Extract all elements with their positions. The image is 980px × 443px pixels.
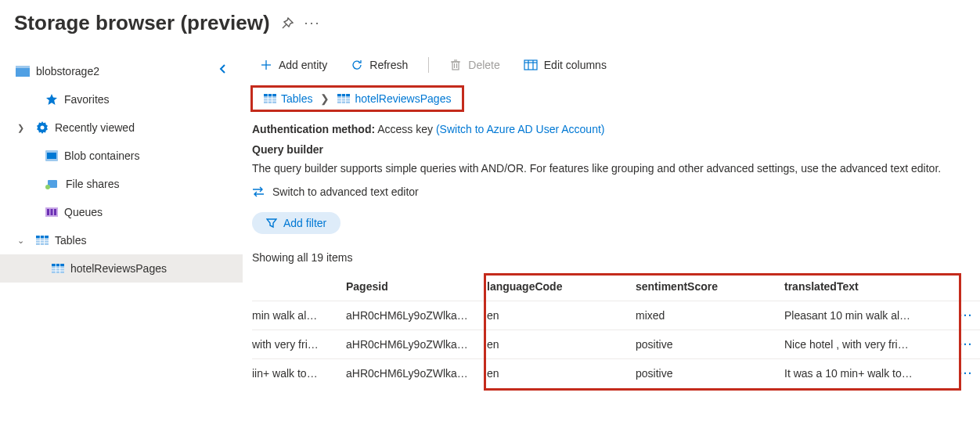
svg-rect-10 — [51, 209, 53, 215]
svg-rect-13 — [36, 236, 49, 238]
results-table-wrap: Pagesid languageCode sentimentScore tran… — [243, 272, 980, 387]
col-header-sentimentscore[interactable]: sentimentScore — [636, 272, 784, 301]
sidebar-item-favorites[interactable]: ▸ Favorites — [0, 85, 243, 113]
sidebar-item-storage-account[interactable]: blobstorage2 — [0, 57, 243, 85]
results-table: Pagesid languageCode sentimentScore tran… — [252, 272, 980, 387]
svg-rect-19 — [52, 264, 64, 266]
plus-icon — [260, 59, 272, 71]
row-more-icon[interactable]: ··· — [957, 359, 980, 388]
table-row[interactable]: with very fri… aHR0cHM6Ly9oZWlkaW… en po… — [252, 330, 980, 359]
svg-rect-42 — [337, 94, 350, 96]
button-label: Add filter — [283, 217, 326, 229]
chevron-right-icon: ❯ — [320, 92, 330, 105]
page-title: Storage browser (preview) — [14, 11, 270, 35]
breadcrumb-label: hotelReviewsPages — [355, 92, 451, 105]
sidebar-item-recently-viewed[interactable]: ❯ Recently viewed — [0, 113, 243, 142]
col-header-translatedtext[interactable]: translatedText — [784, 272, 957, 301]
svg-rect-9 — [47, 209, 49, 215]
svg-rect-36 — [264, 94, 276, 96]
table-icon — [36, 236, 49, 245]
cell: en — [487, 330, 636, 359]
cell: en — [487, 301, 636, 330]
row-more-icon[interactable]: ··· — [957, 301, 980, 330]
table-row[interactable]: min walk al… aHR0cHM6Ly9oZWlkaW… en mixe… — [252, 301, 980, 330]
button-label: Edit columns — [544, 59, 607, 71]
table-header-row: Pagesid languageCode sentimentScore tran… — [252, 272, 980, 301]
cell: min walk al… — [252, 301, 346, 330]
sidebar-item-label: Queues — [64, 206, 103, 218]
queues-icon — [45, 207, 58, 217]
sidebar-item-label: hotelReviewsPages — [70, 262, 167, 275]
toolbar: Add entity Refresh Delete Edit columns — [243, 56, 980, 85]
breadcrumb-current[interactable]: hotelReviewsPages — [337, 92, 451, 105]
cell: mixed — [636, 301, 784, 330]
button-label: Refresh — [369, 59, 408, 71]
chevron-down-icon: ⌄ — [16, 236, 25, 246]
row-more-icon[interactable]: ··· — [957, 330, 980, 359]
cell: aHR0cHM6Ly9oZWlkaW… — [346, 301, 487, 330]
chevron-right-icon: ❯ — [16, 123, 25, 133]
more-icon[interactable]: ··· — [304, 15, 321, 31]
cell: Nice hotel , with very fri… — [784, 330, 957, 359]
refresh-button[interactable]: Refresh — [343, 56, 416, 74]
swap-icon — [252, 186, 265, 197]
star-icon — [45, 93, 58, 106]
sidebar-item-queues[interactable]: ▸ Queues — [0, 198, 243, 226]
query-builder-title: Query builder — [243, 143, 980, 162]
sidebar-item-label: Recently viewed — [55, 121, 135, 134]
button-label: Delete — [468, 59, 499, 71]
query-builder-description: The query builder supports simple querie… — [243, 162, 980, 185]
cell: It was a 10 min+ walk to… — [784, 359, 957, 388]
switch-auth-link[interactable]: (Switch to Azure AD User Account) — [436, 123, 605, 135]
sidebar-item-label: Favorites — [64, 93, 110, 106]
storage-account-icon — [16, 66, 30, 77]
col-header-languagecode[interactable]: languageCode — [487, 272, 636, 301]
svg-rect-5 — [47, 153, 56, 159]
sidebar-item-file-shares[interactable]: ▸ File shares — [0, 170, 243, 198]
add-entity-button[interactable]: Add entity — [252, 56, 335, 74]
table-icon — [264, 94, 276, 103]
cell: with very fri… — [252, 330, 346, 359]
trash-icon — [449, 59, 462, 71]
col-header-pagesid[interactable]: Pagesid — [346, 272, 487, 301]
svg-rect-31 — [524, 60, 537, 70]
sidebar-item-label: blobstorage2 — [36, 65, 99, 77]
sidebar-item-label: Tables — [55, 234, 86, 247]
table-icon — [52, 264, 64, 273]
svg-point-7 — [45, 185, 50, 189]
cell: en — [487, 359, 636, 388]
blob-container-icon — [45, 150, 58, 161]
switch-to-advanced-editor[interactable]: Switch to advanced text editor — [243, 185, 980, 212]
auth-method-line: Authentication method: Access key (Switc… — [243, 123, 980, 143]
svg-point-3 — [41, 126, 45, 130]
cell: aHR0cHM6Ly9oZWlkaW… — [346, 330, 487, 359]
main-content: Add entity Refresh Delete Edit columns — [243, 41, 980, 438]
sidebar: blobstorage2 ▸ Favorites ❯ Recently view… — [0, 41, 243, 438]
cell: iin+ walk to… — [252, 359, 346, 388]
table-row[interactable]: iin+ walk to… aHR0cHM6Ly9oZWlkaW… en pos… — [252, 359, 980, 388]
breadcrumb: Tables ❯ hotelReviewsPages — [250, 85, 464, 112]
collapse-sidebar-icon[interactable] — [218, 63, 229, 74]
toolbar-separator — [428, 57, 429, 73]
page-header: Storage browser (preview) ··· — [0, 0, 980, 41]
add-filter-button[interactable]: Add filter — [252, 212, 340, 234]
sidebar-item-label: Blob containers — [64, 149, 140, 162]
filter-icon — [266, 218, 277, 229]
breadcrumb-tables[interactable]: Tables — [264, 92, 312, 105]
edit-columns-button[interactable]: Edit columns — [516, 56, 614, 74]
svg-rect-26 — [452, 62, 459, 70]
svg-rect-0 — [16, 67, 30, 77]
svg-rect-11 — [54, 209, 56, 215]
sidebar-item-table-hotelreviewspages[interactable]: hotelReviewsPages — [0, 254, 243, 283]
auth-value: Access key — [377, 123, 433, 135]
cell: aHR0cHM6Ly9oZWlkaW… — [346, 359, 487, 388]
delete-button: Delete — [441, 56, 507, 74]
cell: positive — [636, 330, 784, 359]
sidebar-item-tables[interactable]: ⌄ Tables — [0, 226, 243, 254]
file-shares-icon — [45, 178, 59, 189]
sidebar-item-label: File shares — [66, 178, 119, 190]
sidebar-item-blob-containers[interactable]: ▸ Blob containers — [0, 142, 243, 170]
col-header-blank[interactable] — [252, 272, 346, 301]
table-icon — [337, 94, 350, 103]
pin-icon[interactable] — [281, 17, 294, 30]
